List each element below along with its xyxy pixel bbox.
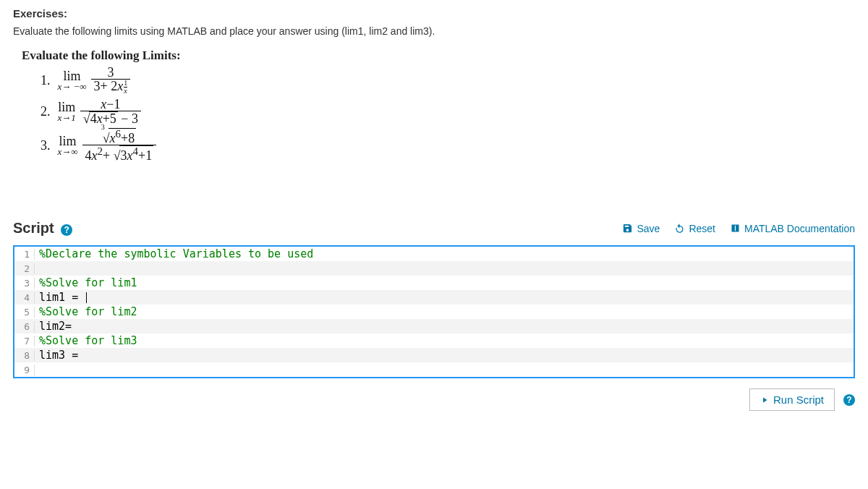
limit-problem-3: 3. lim x→∞ 3x6+8 4x2+ 3x4+1 [41, 128, 855, 162]
problem-number: 2. [41, 105, 51, 118]
exercises-header: Exercises: Evaluate the following limits… [13, 7, 855, 37]
code-content[interactable]: lim2= [35, 320, 72, 333]
save-button[interactable]: Save [622, 223, 660, 234]
line-number: 1 [14, 249, 35, 260]
editor-footer: Run Script ? [13, 388, 855, 411]
fraction: 3x6+8 4x2+ 3x4+1 [82, 128, 157, 162]
problem-number: 3. [41, 139, 51, 152]
line-number: 4 [14, 292, 35, 303]
editor-line[interactable]: 8lim3 = [14, 348, 854, 362]
editor-line[interactable]: 2 [14, 261, 854, 276]
line-number: 9 [14, 365, 35, 375]
save-label: Save [637, 223, 660, 234]
limit-operator: lim x→∞ [58, 135, 78, 156]
line-number: 8 [14, 350, 35, 361]
script-header-row: Script ? Save Reset MATLAB Documentation [13, 220, 855, 237]
run-script-button[interactable]: Run Script [749, 388, 835, 411]
code-editor[interactable]: 1%Declare the symbolic Variables to be u… [13, 245, 855, 378]
docs-link[interactable]: MATLAB Documentation [730, 223, 855, 234]
line-number: 2 [14, 263, 35, 274]
limit-operator: lim x→1 [58, 101, 76, 122]
editor-line[interactable]: 4lim1 = [14, 290, 854, 305]
exercises-desc: Evaluate the following limits using MATL… [13, 25, 855, 37]
editor-line[interactable]: 1%Declare the symbolic Variables to be u… [14, 247, 854, 261]
exercises-title: Exercises: [13, 7, 855, 20]
editor-toolbar: Save Reset MATLAB Documentation [622, 223, 855, 234]
code-content[interactable]: %Solve for lim1 [35, 276, 137, 289]
problem-number: 1. [41, 74, 51, 87]
run-label: Run Script [773, 394, 824, 406]
save-icon [622, 223, 633, 234]
editor-line[interactable]: 7%Solve for lim3 [14, 333, 854, 348]
help-icon[interactable]: ? [843, 394, 855, 406]
line-number: 6 [14, 321, 35, 332]
math-block: 1. lim x→ −∞ 3 3+ 2x1x 2. lim x→1 x−1 4x… [41, 66, 855, 162]
evaluate-limits-title: Evaluate the following Limits: [22, 48, 855, 63]
help-icon[interactable]: ? [61, 224, 72, 236]
code-content[interactable]: lim1 = [35, 291, 87, 304]
fraction: x−1 4x+5 − 3 [80, 98, 141, 125]
book-icon [730, 223, 741, 234]
limit-problem-2: 2. lim x→1 x−1 4x+5 − 3 [41, 98, 855, 125]
script-title: Script ? [13, 220, 72, 237]
code-content[interactable]: %Solve for lim2 [35, 305, 137, 318]
editor-line[interactable]: 3%Solve for lim1 [14, 276, 854, 290]
reset-icon [674, 223, 685, 234]
line-number: 3 [14, 278, 35, 289]
editor-line[interactable]: 9 [14, 362, 854, 377]
text-cursor [86, 292, 87, 303]
docs-label: MATLAB Documentation [744, 223, 855, 234]
fraction: 3 3+ 2x1x [91, 66, 131, 95]
line-number: 7 [14, 336, 35, 346]
editor-line[interactable]: 6lim2= [14, 319, 854, 333]
editor-line[interactable]: 5%Solve for lim2 [14, 305, 854, 319]
line-number: 5 [14, 307, 35, 318]
play-icon [760, 396, 769, 404]
limit-problem-1: 1. lim x→ −∞ 3 3+ 2x1x [41, 66, 855, 95]
limit-operator: lim x→ −∞ [58, 69, 87, 91]
code-content[interactable]: %Declare the symbolic Variables to be us… [35, 247, 313, 260]
code-content[interactable]: %Solve for lim3 [35, 334, 137, 347]
reset-label: Reset [689, 223, 715, 234]
code-content[interactable]: lim3 = [35, 349, 85, 362]
reset-button[interactable]: Reset [674, 223, 715, 234]
